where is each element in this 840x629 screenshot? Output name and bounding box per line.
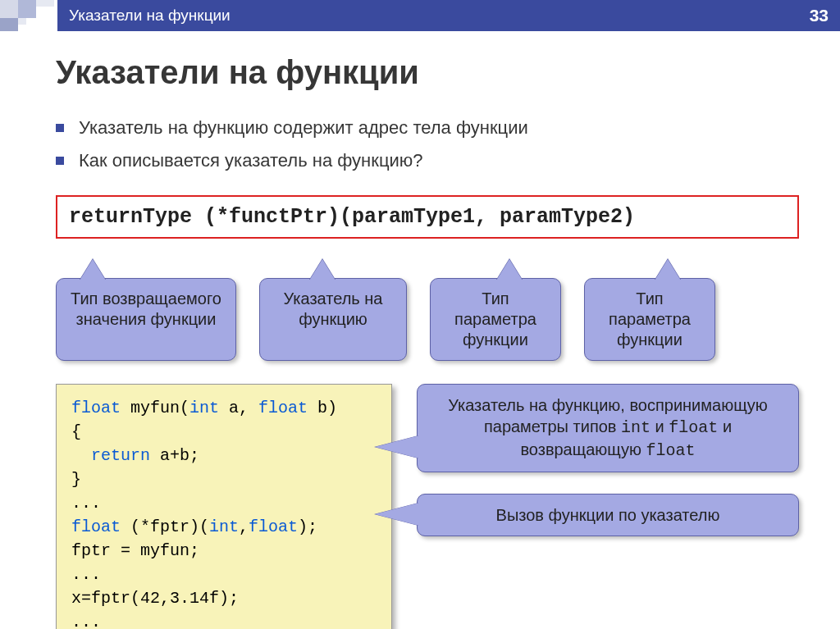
code-token: int xyxy=(209,517,239,536)
code-token: ); xyxy=(298,517,317,536)
code-token: b) xyxy=(308,399,337,417)
callout-fptr-description: Указатель на функцию, воспринимающую пар… xyxy=(417,384,799,472)
code-token: { xyxy=(71,422,81,441)
right-callouts: Указатель на функцию, воспринимающую пар… xyxy=(417,384,799,536)
code-token: x=fptr(42,3.14f); xyxy=(71,589,239,608)
callout-fptr-call: Вызов функции по указателю xyxy=(417,494,799,536)
code-token: ... xyxy=(71,613,101,629)
code-token: ... xyxy=(71,494,101,513)
title-bar: Указатели на функции 33 xyxy=(57,0,840,31)
callout-function-pointer: Указатель на функцию xyxy=(259,278,407,361)
bullet-list: Указатель на функцию содержит адрес тела… xyxy=(56,116,799,172)
code-token: fptr = myfun; xyxy=(71,541,199,560)
callout-text: Вызов функции по указателю xyxy=(496,506,720,524)
bullet-item: Как описывается указатель на функцию? xyxy=(56,148,799,173)
code-token: float xyxy=(249,517,298,536)
callout-text: и xyxy=(651,417,669,435)
callout-code: int xyxy=(621,418,651,437)
code-example: float myfun(int a, float b) { return a+b… xyxy=(56,384,392,629)
slide-body: Указатели на функции Указатель на функци… xyxy=(0,31,840,629)
callout-return-type: Тип возвращаемого значения функции xyxy=(56,278,236,361)
header-title: Указатели на функции xyxy=(69,7,231,25)
code-token: float xyxy=(71,517,121,536)
callouts-row: Тип возвращаемого значения функции Указа… xyxy=(56,278,799,361)
callout-text: Тип параметра функции xyxy=(609,289,691,349)
slide-header: Указатели на функции 33 xyxy=(0,0,840,31)
code-token: a, xyxy=(219,399,258,417)
code-token: } xyxy=(71,470,81,489)
page-title: Указатели на функции xyxy=(56,54,799,91)
code-token: int xyxy=(189,399,219,417)
code-token: , xyxy=(239,517,249,536)
bullet-item: Указатель на функцию содержит адрес тела… xyxy=(56,116,799,140)
bottom-row: float myfun(int a, float b) { return a+b… xyxy=(56,384,799,629)
callout-text: Тип параметра функции xyxy=(454,289,536,349)
callout-param-type-1: Тип параметра функции xyxy=(430,278,561,361)
callout-text: Указатель на функцию xyxy=(284,289,383,328)
code-token: (*fptr)( xyxy=(121,517,209,536)
callout-code: float xyxy=(646,441,696,460)
callout-code: float xyxy=(669,418,718,437)
callout-text: Тип возвращаемого значения функции xyxy=(71,289,221,328)
code-token: myfun( xyxy=(121,399,189,417)
code-token: float xyxy=(258,399,308,417)
code-token: return xyxy=(71,446,150,465)
code-token: a+b; xyxy=(150,446,199,465)
code-token: float xyxy=(71,399,121,417)
corner-decoration xyxy=(0,0,57,31)
callout-param-type-2: Тип параметра функции xyxy=(584,278,715,361)
page-number: 33 xyxy=(810,6,829,25)
syntax-declaration-box: returnType (*functPtr)(paramType1, param… xyxy=(56,195,799,239)
code-token: ... xyxy=(71,565,101,584)
